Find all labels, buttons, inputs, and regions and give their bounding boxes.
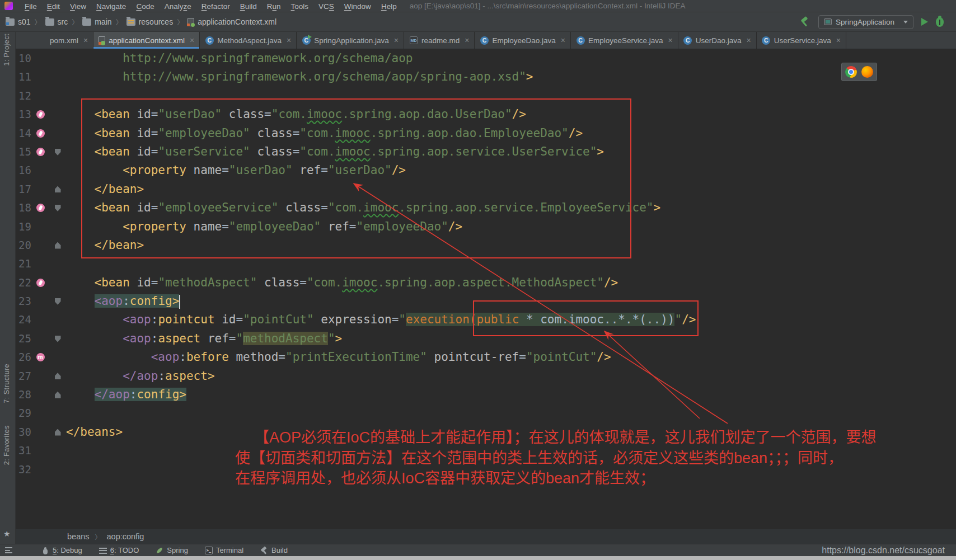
run-configuration-select[interactable]: SpringApplication [818, 15, 913, 29]
spring-bean-gutter-icon[interactable] [36, 110, 45, 119]
code-line[interactable]: 31 [16, 441, 956, 460]
code-line[interactable]: 25 <aop:aspect ref="methodAspect"> [16, 330, 956, 348]
tab-close-icon[interactable]: × [836, 36, 841, 45]
status-item-terminal[interactable]: Terminal [205, 546, 243, 554]
tab-close-icon[interactable]: × [83, 36, 88, 45]
code-line[interactable]: 19 <property name="employeeDao" ref="emp… [16, 218, 956, 236]
status-item-debug[interactable]: 5: Debug [41, 546, 82, 554]
run-button[interactable] [921, 18, 928, 26]
spring-bean-gutter-icon[interactable] [36, 353, 45, 361]
code-token: /> [597, 350, 611, 364]
fold-marker-icon[interactable] [55, 392, 61, 398]
editor-tab[interactable]: EmployeeService.java× [571, 32, 678, 49]
tool-button-structure[interactable]: 7: Structure [3, 364, 11, 403]
tab-close-icon[interactable]: × [394, 36, 399, 45]
menu-item-analyze[interactable]: Analyze [160, 1, 196, 12]
code-line[interactable]: 28 </aop:config> [16, 385, 956, 404]
code-line[interactable]: 26 <aop:before method="printExecutionTim… [16, 348, 956, 366]
menu-item-help[interactable]: Help [376, 1, 402, 12]
code-line[interactable]: 21 [16, 255, 956, 273]
code-line[interactable]: 15 <bean id="userService" class="com.imo… [16, 143, 956, 161]
status-item-build[interactable]: Build [260, 546, 288, 554]
code-line[interactable]: 20 </bean> [16, 236, 956, 255]
tab-close-icon[interactable]: × [561, 36, 565, 45]
menu-item-run[interactable]: Run [262, 1, 286, 12]
breadcrumb-item[interactable]: src〉 [45, 17, 83, 27]
fold-marker-icon[interactable] [55, 186, 61, 192]
status-item-spring[interactable]: Spring [156, 546, 188, 554]
editor-tab[interactable]: EmployeeDao.java× [475, 32, 571, 49]
code-line[interactable]: 13 <bean id="userDao" class="com.imooc.s… [16, 105, 956, 124]
code-line[interactable]: 32 [16, 460, 956, 479]
menu-item-build[interactable]: Build [235, 1, 262, 12]
menu-item-view[interactable]: View [65, 1, 91, 12]
code-line[interactable]: 22 <bean id="methodAspect" class="com.im… [16, 274, 956, 292]
tab-label: UserService.java [774, 36, 831, 45]
tool-button-favorites[interactable]: 2: Favorites [3, 425, 11, 465]
tool-window-switcher-icon[interactable] [5, 547, 12, 553]
spring-bean-gutter-icon[interactable] [36, 279, 45, 287]
code-line[interactable]: 17 </bean> [16, 180, 956, 199]
breadcrumb-item[interactable]: applicationContext.xml [188, 17, 277, 26]
code-line[interactable]: 29 [16, 404, 956, 422]
code-token [229, 350, 236, 364]
spring-bean-gutter-icon[interactable] [36, 129, 45, 138]
code-line[interactable]: 27 </aop:aspect> [16, 367, 956, 385]
code-token [130, 145, 137, 158]
editor-tab[interactable]: pom.xml× [32, 32, 93, 49]
fold-marker-icon[interactable] [55, 336, 61, 342]
breadcrumb-child-tag[interactable]: aop:config [107, 532, 144, 541]
tab-close-icon[interactable]: × [190, 36, 194, 45]
fold-marker-icon[interactable] [55, 298, 61, 305]
menu-item-code[interactable]: Code [131, 1, 159, 12]
code-line[interactable]: 14 <bean id="employeeDao" class="com.imo… [16, 124, 956, 143]
fold-marker-icon[interactable] [55, 429, 61, 436]
fold-marker-icon[interactable] [55, 149, 61, 156]
code-line[interactable]: 23 <aop:config> [16, 292, 956, 310]
code-line[interactable]: 30</beans> [16, 423, 956, 441]
breadcrumb-item[interactable]: resources〉 [126, 17, 188, 27]
debug-button[interactable] [936, 17, 944, 27]
code-line[interactable]: 18 <bean id="employeeService" class="com… [16, 199, 956, 217]
idea-logo-icon [4, 2, 13, 10]
breadcrumb-item[interactable]: main〉 [82, 17, 126, 27]
editor-tab[interactable]: UserService.java× [757, 32, 846, 49]
spring-bean-gutter-icon[interactable] [36, 204, 45, 212]
fold-marker-icon[interactable] [55, 373, 61, 379]
menu-item-vcs[interactable]: VCS [313, 1, 339, 12]
chrome-icon[interactable] [845, 66, 857, 78]
favorites-star-icon[interactable]: ★ [3, 529, 11, 538]
code-token [66, 238, 95, 252]
menu-item-navigate[interactable]: Navigate [91, 1, 131, 12]
code-line[interactable]: 24 <aop:pointcut id="pointCut" expressio… [16, 310, 956, 329]
editor-tab[interactable]: readme.md× [404, 32, 475, 49]
editor-tab[interactable]: applicationContext.xml× [93, 32, 200, 49]
tool-button-project[interactable]: 1: Project [3, 34, 11, 66]
menu-item-window[interactable]: Window [339, 1, 376, 12]
fold-marker-icon[interactable] [55, 205, 61, 211]
firefox-icon[interactable] [861, 66, 873, 78]
fold-marker-icon[interactable] [55, 242, 61, 249]
code-editor[interactable]: 10 http://www.springframework.org/schema… [16, 49, 956, 529]
tab-close-icon[interactable]: × [668, 36, 673, 45]
build-project-icon[interactable] [799, 16, 810, 27]
menu-item-file[interactable]: File [20, 1, 42, 12]
breadcrumb-parent-tag[interactable]: beans [67, 532, 90, 541]
spring-bean-gutter-icon[interactable] [36, 148, 45, 156]
menu-item-tools[interactable]: Tools [286, 1, 314, 12]
tab-close-icon[interactable]: × [465, 36, 469, 45]
menu-item-refactor[interactable]: Refactor [196, 1, 235, 12]
code-line[interactable]: 10 http://www.springframework.org/schema… [16, 49, 956, 68]
status-item-todo[interactable]: 6: TODO [99, 546, 139, 554]
editor-tab[interactable]: SpringApplication.java× [297, 32, 404, 49]
editor-tab[interactable]: UserDao.java× [678, 32, 757, 49]
menu-item-edit[interactable]: Edit [42, 1, 65, 12]
breadcrumb-item[interactable]: s01〉 [6, 17, 45, 27]
tab-close-icon[interactable]: × [287, 36, 291, 45]
code-line[interactable]: 11 http://www.springframework.org/schema… [16, 68, 956, 86]
status-item-label: Spring [167, 546, 188, 554]
code-line[interactable]: 16 <property name="userDao" ref="userDao… [16, 161, 956, 180]
tab-close-icon[interactable]: × [747, 36, 751, 45]
code-line[interactable]: 12 [16, 87, 956, 105]
editor-tab[interactable]: MethodAspect.java× [200, 32, 297, 49]
